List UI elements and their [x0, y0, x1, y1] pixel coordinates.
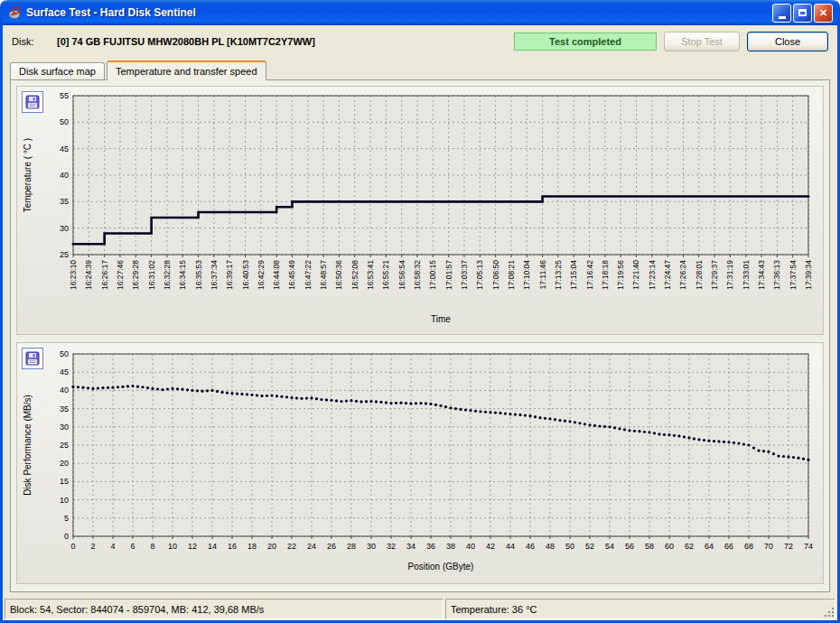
svg-text:17:15:04: 17:15:04 [569, 260, 578, 290]
svg-text:50: 50 [565, 542, 574, 551]
svg-text:17:11:46: 17:11:46 [538, 260, 547, 290]
svg-text:17:34:43: 17:34:43 [757, 260, 766, 290]
save-icon [25, 95, 40, 109]
svg-text:30: 30 [60, 423, 69, 432]
svg-text:22: 22 [287, 542, 296, 551]
svg-text:16:35:53: 16:35:53 [194, 260, 203, 290]
svg-text:60: 60 [665, 542, 674, 551]
svg-text:17:33:01: 17:33:01 [742, 260, 751, 290]
svg-text:18: 18 [247, 542, 257, 551]
svg-text:16:56:54: 16:56:54 [397, 260, 406, 290]
svg-text:46: 46 [526, 542, 535, 551]
svg-text:30: 30 [60, 224, 69, 233]
svg-text:55: 55 [60, 91, 69, 100]
svg-text:17:29:37: 17:29:37 [710, 260, 719, 290]
performance-chart-panel: 0510152025303540455002468101214161820222… [16, 342, 824, 584]
resize-grip-icon[interactable] [821, 604, 823, 606]
svg-text:Position (GByte): Position (GByte) [408, 562, 474, 572]
svg-text:5: 5 [64, 514, 69, 523]
svg-text:25: 25 [60, 441, 69, 450]
svg-text:17:19:56: 17:19:56 [616, 260, 625, 290]
svg-text:34: 34 [406, 542, 415, 551]
svg-text:68: 68 [744, 542, 753, 551]
svg-text:42: 42 [486, 542, 495, 551]
svg-text:35: 35 [60, 197, 69, 206]
svg-text:16:37:34: 16:37:34 [210, 260, 219, 290]
svg-text:26: 26 [327, 542, 336, 551]
svg-text:16:50:36: 16:50:36 [334, 260, 343, 290]
svg-text:16:27:46: 16:27:46 [116, 260, 125, 290]
tab-bar: Disk surface map Temperature and transfe… [10, 60, 830, 79]
tab-page: 2530354045505516:23:1016:24:3916:26:1716… [10, 79, 830, 592]
maximize-icon [798, 9, 807, 16]
svg-text:16:29:28: 16:29:28 [131, 260, 140, 290]
svg-text:56: 56 [625, 542, 634, 551]
svg-text:0: 0 [64, 532, 69, 541]
save-performance-chart-button[interactable] [22, 348, 43, 369]
svg-text:40: 40 [60, 171, 69, 180]
svg-text:30: 30 [367, 542, 376, 551]
svg-text:50: 50 [60, 349, 69, 358]
svg-text:17:10:04: 17:10:04 [522, 260, 531, 290]
save-temperature-chart-button[interactable] [22, 91, 43, 113]
svg-text:Temperature ( °C ): Temperature ( °C ) [23, 138, 33, 212]
svg-text:32: 32 [387, 542, 396, 551]
minimize-button[interactable] [772, 4, 791, 23]
test-status-badge: Test completed [514, 33, 657, 51]
svg-text:40: 40 [60, 386, 69, 395]
temperature-chart-panel: 2530354045505516:23:1016:24:3916:26:1716… [16, 86, 824, 335]
svg-text:2: 2 [90, 542, 95, 551]
svg-text:44: 44 [506, 542, 515, 551]
svg-text:17:01:57: 17:01:57 [444, 260, 453, 290]
svg-text:Disk Performance (MB/s): Disk Performance (MB/s) [23, 395, 33, 496]
close-icon: ✕ [819, 7, 827, 19]
svg-text:16: 16 [228, 542, 237, 551]
disk-label: Disk: [12, 36, 50, 47]
svg-text:16:52:08: 16:52:08 [350, 260, 359, 290]
svg-text:17:08:21: 17:08:21 [507, 260, 516, 290]
svg-text:16:34:15: 16:34:15 [178, 260, 187, 290]
tab-disk-surface-map[interactable]: Disk surface map [10, 62, 105, 79]
svg-text:17:03:37: 17:03:37 [460, 260, 469, 290]
svg-text:38: 38 [446, 542, 455, 551]
svg-text:52: 52 [585, 542, 594, 551]
disk-value: [0] 74 GB FUJITSU MHW2080BH PL [K10MT7C2… [57, 36, 315, 47]
close-window-button[interactable]: ✕ [814, 4, 833, 23]
svg-text:17:21:40: 17:21:40 [631, 260, 640, 290]
stop-test-button[interactable]: Stop Test [664, 32, 740, 51]
window-title: Surface Test - Hard Disk Sentinel [26, 6, 770, 19]
svg-text:16:58:32: 16:58:32 [413, 260, 422, 290]
svg-text:64: 64 [705, 542, 714, 551]
svg-text:17:31:19: 17:31:19 [725, 260, 734, 290]
svg-text:16:32:28: 16:32:28 [163, 260, 172, 290]
svg-text:17:24:47: 17:24:47 [663, 260, 672, 290]
svg-text:8: 8 [150, 542, 154, 551]
svg-text:17:00:15: 17:00:15 [428, 260, 437, 290]
svg-text:72: 72 [784, 542, 793, 551]
svg-text:15: 15 [60, 477, 69, 486]
title-bar: Surface Test - Hard Disk Sentinel ✕ [3, 0, 837, 25]
svg-text:17:23:14: 17:23:14 [648, 260, 657, 290]
maximize-button[interactable] [793, 4, 812, 23]
svg-text:74: 74 [804, 542, 813, 551]
svg-text:20: 20 [267, 542, 276, 551]
svg-text:58: 58 [645, 542, 654, 551]
svg-text:12: 12 [188, 542, 197, 551]
svg-text:36: 36 [426, 542, 435, 551]
svg-text:10: 10 [168, 542, 177, 551]
svg-text:16:53:41: 16:53:41 [366, 260, 375, 290]
svg-text:17:18:18: 17:18:18 [601, 260, 610, 290]
minimize-icon [779, 16, 786, 19]
svg-text:16:42:29: 16:42:29 [257, 260, 266, 290]
svg-text:17:39:34: 17:39:34 [804, 260, 813, 290]
tab-temperature-transfer-speed[interactable]: Temperature and transfer speed [107, 60, 266, 80]
svg-text:16:44:08: 16:44:08 [272, 260, 281, 290]
svg-text:0: 0 [70, 542, 75, 551]
status-bar: Block: 54, Sector: 844074 - 859704, MB: … [3, 597, 837, 620]
close-button[interactable]: Close [747, 32, 828, 51]
svg-text:40: 40 [466, 542, 475, 551]
svg-text:16:26:17: 16:26:17 [100, 260, 109, 290]
svg-text:16:39:17: 16:39:17 [225, 260, 234, 290]
temperature-chart: 2530354045505516:23:1016:24:3916:26:1716… [19, 88, 823, 327]
svg-text:17:13:25: 17:13:25 [554, 260, 563, 290]
